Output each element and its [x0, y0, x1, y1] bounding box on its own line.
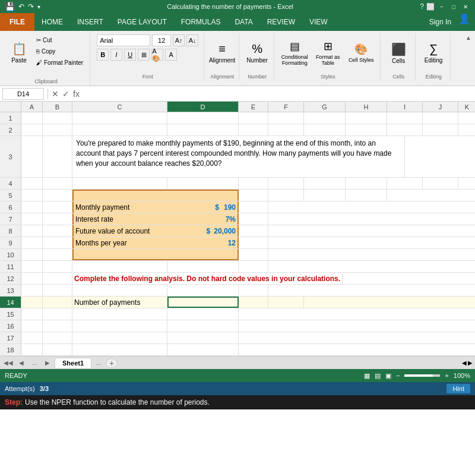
menu-data[interactable]: DATA [227, 13, 259, 31]
cell-a11[interactable] [21, 261, 43, 272]
cell-a17[interactable] [21, 332, 43, 343]
page-break-view-button[interactable]: ▣ [385, 372, 391, 380]
cell-b3[interactable] [43, 136, 72, 177]
menu-insert[interactable]: INSERT [70, 13, 110, 31]
cell-d16[interactable] [167, 320, 239, 332]
format-painter-button[interactable]: 🖌Format Painter [33, 57, 86, 68]
cell-b14[interactable] [43, 297, 72, 308]
cell-j2[interactable] [423, 124, 458, 135]
underline-button[interactable]: U [124, 49, 136, 61]
restore-icon[interactable]: ⬜ [426, 3, 435, 11]
cell-a13[interactable] [21, 285, 43, 296]
redo-icon[interactable]: ↷ [28, 2, 34, 11]
increase-font-button[interactable]: A↑ [173, 34, 185, 46]
collapse-ribbon-button[interactable]: ▲ [466, 34, 471, 41]
col-header-j[interactable]: J [423, 102, 458, 112]
format-as-table-button[interactable]: ⊞ Format as Table [312, 35, 343, 71]
cell-e4[interactable] [239, 178, 268, 189]
copy-button[interactable]: ⎘Copy [33, 46, 86, 56]
cell-f2[interactable] [268, 124, 304, 135]
cell-e9[interactable] [239, 237, 268, 248]
cell-d10[interactable] [167, 249, 239, 260]
menu-review[interactable]: REVIEW [260, 13, 302, 31]
cell-h4[interactable] [346, 178, 387, 189]
cell-a5[interactable] [21, 190, 43, 201]
cell-d5[interactable] [167, 190, 239, 201]
next-sheet-button[interactable]: ▶ [42, 358, 53, 368]
cell-c9[interactable]: Months per year [72, 237, 167, 248]
cell-b7[interactable] [43, 213, 72, 225]
cell-j1[interactable] [423, 112, 458, 124]
close-button[interactable]: ✕ [461, 2, 470, 11]
cell-b13[interactable] [43, 285, 72, 296]
cell-d8[interactable]: $ 20,000 [167, 225, 239, 237]
cell-e11[interactable] [239, 261, 268, 272]
fill-color-button[interactable]: A🎨 [151, 49, 163, 61]
cell-g4[interactable] [304, 178, 346, 189]
cell-f4[interactable] [268, 178, 304, 189]
cell-d6[interactable]: $ 190 [167, 201, 239, 213]
scroll-left-button[interactable]: ◀ [462, 360, 467, 366]
cell-a14[interactable] [21, 297, 43, 308]
cell-d2[interactable] [167, 124, 239, 135]
cell-i4[interactable] [387, 178, 423, 189]
cell-a3[interactable] [21, 136, 43, 177]
border-button[interactable]: ⊞ [138, 49, 150, 61]
formula-input[interactable] [82, 88, 473, 100]
cell-d13[interactable] [167, 285, 239, 296]
cut-button[interactable]: ✂Cut [33, 34, 86, 45]
cell-b15[interactable] [43, 308, 72, 320]
cell-a6[interactable] [21, 201, 43, 213]
cell-e6[interactable] [239, 201, 268, 213]
col-header-c[interactable]: C [72, 102, 167, 112]
cell-a16[interactable] [21, 320, 43, 332]
cell-b2[interactable] [43, 124, 72, 135]
cell-g5[interactable] [304, 190, 346, 201]
cell-b12[interactable] [43, 273, 72, 284]
conditional-formatting-button[interactable]: ▤ Conditional Formatting [279, 35, 310, 71]
cell-j4[interactable] [423, 178, 458, 189]
after-tab-more-button[interactable]: ... [93, 358, 104, 368]
decrease-font-button[interactable]: A↓ [186, 34, 198, 46]
cell-g1[interactable] [304, 112, 346, 124]
cell-b18[interactable] [43, 344, 72, 355]
zoom-out-button[interactable]: − [396, 372, 400, 379]
cell-b17[interactable] [43, 332, 72, 343]
cell-e8[interactable] [239, 225, 268, 237]
cell-c1[interactable] [72, 112, 167, 124]
cell-c17[interactable] [72, 332, 167, 343]
first-sheet-button[interactable]: ◀◀ [2, 358, 14, 368]
cell-c4[interactable] [72, 178, 167, 189]
cell-c15[interactable] [72, 308, 167, 320]
cell-d7[interactable]: 7% [167, 213, 239, 225]
menu-home[interactable]: HOME [34, 13, 70, 31]
col-header-d[interactable]: D [167, 102, 239, 112]
italic-button[interactable]: I [110, 49, 122, 61]
cell-c3[interactable]: You're prepared to make monthly payments… [72, 136, 405, 177]
cell-e14[interactable] [239, 297, 268, 308]
cell-c5[interactable] [72, 190, 167, 201]
cell-a2[interactable] [21, 124, 43, 135]
cell-a4[interactable] [21, 178, 43, 189]
cell-c10[interactable] [72, 249, 167, 260]
undo-icon[interactable]: ↶ [18, 2, 24, 11]
cell-a10[interactable] [21, 249, 43, 260]
cell-d17[interactable] [167, 332, 239, 343]
menu-page-layout[interactable]: PAGE LAYOUT [110, 13, 174, 31]
cell-d18[interactable] [167, 344, 239, 355]
cell-i2[interactable] [387, 124, 423, 135]
cell-e2[interactable] [239, 124, 268, 135]
cell-b9[interactable] [43, 237, 72, 248]
cell-e10[interactable] [239, 249, 268, 260]
add-sheet-button[interactable]: + [106, 358, 118, 368]
col-header-k[interactable]: K [458, 102, 475, 112]
font-name-input[interactable] [97, 34, 150, 46]
sheet-tab-sheet1[interactable]: Sheet1 [55, 358, 91, 368]
cell-e5[interactable] [239, 190, 268, 201]
number-button[interactable]: % Number [244, 35, 270, 71]
cell-styles-button[interactable]: 🎨 Cell Styles [346, 35, 376, 71]
cell-b4[interactable] [43, 178, 72, 189]
cell-f14[interactable] [268, 297, 304, 308]
zoom-in-button[interactable]: + [445, 372, 448, 379]
cell-d14[interactable] [167, 297, 239, 308]
